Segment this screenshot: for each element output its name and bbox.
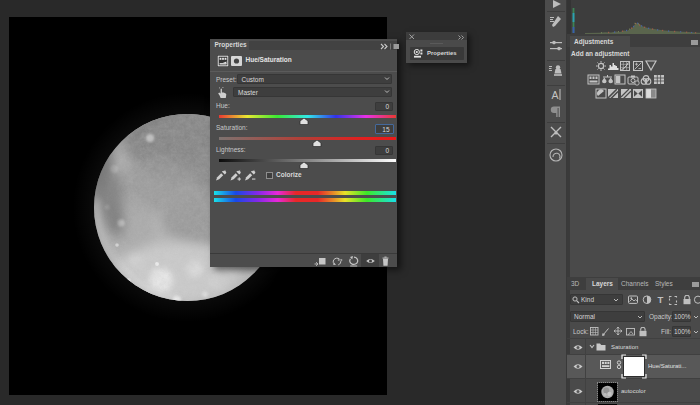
svg-text:T: T	[658, 295, 664, 305]
svg-text:A: A	[552, 89, 559, 101]
